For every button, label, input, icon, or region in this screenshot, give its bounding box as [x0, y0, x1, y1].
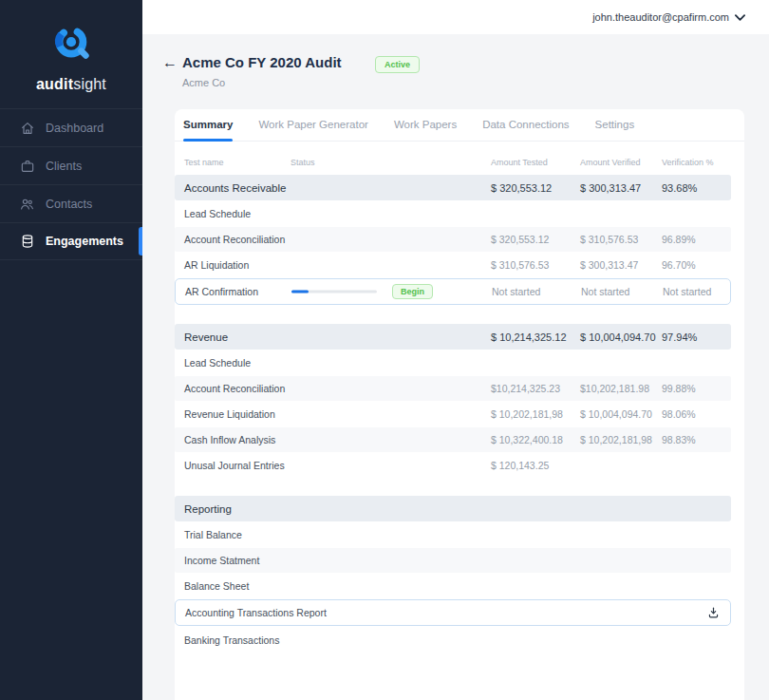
tab-summary[interactable]: Summary [183, 109, 233, 141]
people-icon [19, 197, 35, 212]
table-row-ar-confirmation[interactable]: AR ConfirmationBeginNot startedNot start… [175, 278, 731, 305]
verification-pct: Not started [663, 286, 711, 297]
sidebar-item-label: Engagements [46, 235, 123, 248]
sidebar: auditsight Dashboard Clients Contacts En… [0, 0, 142, 700]
briefcase-icon [19, 159, 35, 174]
status-progress-bar [291, 291, 377, 293]
amount-verified: $ 300,313.47 [580, 182, 641, 194]
test-name: Cash Inflow Analysis [184, 434, 275, 445]
sidebar-item-label: Clients [46, 160, 82, 173]
table-row-unusal-journal-entries[interactable]: Unusal Journal Entries$ 120,143.25 [175, 453, 731, 478]
amount-tested: $ 10,214,325.12 [491, 331, 567, 343]
amount-verified: $ 10,004,094.70 [580, 331, 656, 343]
table-rows: Accounts Receivable$ 320,553.12$ 300,313… [175, 175, 744, 653]
amount-tested: $ 320,553.12 [491, 182, 552, 194]
test-name: Income Statment [184, 555, 259, 566]
verification-pct: 96.70% [662, 259, 696, 271]
test-name: Lead Schedule [184, 208, 251, 219]
sidebar-item-engagements[interactable]: Engagements [0, 222, 142, 260]
main-content: ← Acme Co FY 2020 Audit Active Acme Co S… [142, 34, 769, 700]
brand-name: auditsight [0, 76, 142, 93]
table-row-revenue-liquidation[interactable]: Revenue Liquidation$ 10,202,181,98$ 10,0… [175, 402, 731, 426]
tab-settings[interactable]: Settings [595, 109, 635, 141]
page-title: Acme Co FY 2020 Audit [182, 54, 342, 70]
amount-tested: $ 10,322,400.18 [491, 434, 563, 445]
table-row-lead-schedule[interactable]: Lead Schedule [175, 201, 731, 226]
test-name: Account Reconciliation [184, 234, 285, 245]
amount-tested: $ 10,202,181,98 [491, 408, 563, 420]
amount-tested: $10,214,325.23 [491, 383, 560, 394]
table-header: Test name Status Amount Tested Amount Ve… [175, 151, 744, 175]
brand-logo: auditsight [0, 0, 142, 93]
column-header-verification-pct: Verification % [662, 158, 714, 167]
test-name: Balance Sheet [184, 580, 249, 592]
column-header-test-name: Test name [184, 158, 224, 167]
test-name: Banking Transactions [184, 634, 279, 646]
download-icon [707, 607, 720, 619]
test-name: Lead Schedule [184, 357, 251, 369]
amount-verified: $ 300,313.47 [580, 259, 638, 271]
test-name: AR Confirmation [185, 286, 258, 297]
table-row-ar-liquidation[interactable]: AR Liquidation$ 310,576.53$ 300,313.4796… [175, 253, 731, 277]
auditsight-logo-icon [49, 23, 93, 66]
test-name: Accounting Transactions Report [185, 607, 327, 618]
table-row-accounting-transactions-report[interactable]: Accounting Transactions Report [175, 599, 731, 626]
section-row-reporting: Reporting [175, 496, 731, 521]
page-subtitle: Acme Co [182, 77, 225, 88]
tab-bar: Summary Work Paper Generator Work Papers… [175, 109, 744, 142]
table-row-account-reconciliation[interactable]: Account Reconciliation$ 320,553.12$ 310,… [175, 227, 731, 252]
test-name: AR Liquidation [184, 259, 249, 271]
amount-verified: Not started [581, 286, 629, 297]
column-header-amount-verified: Amount Verified [580, 158, 641, 167]
table-row-banking-transactions[interactable]: Banking Transactions [175, 628, 731, 653]
section-gap [175, 479, 744, 496]
chevron-down-icon [735, 14, 745, 21]
sidebar-item-clients[interactable]: Clients [0, 146, 142, 184]
topbar: john.theauditor@cpafirm.com [142, 0, 769, 34]
user-email: john.theauditor@cpafirm.com [592, 11, 729, 23]
sidebar-item-contacts[interactable]: Contacts [0, 184, 142, 222]
sidebar-item-dashboard[interactable]: Dashboard [0, 108, 142, 146]
verification-pct: 96.89% [662, 234, 696, 245]
sidebar-item-label: Contacts [46, 198, 92, 211]
section-row-accounts-receivable: Accounts Receivable$ 320,553.12$ 300,313… [175, 175, 731, 200]
download-report-button[interactable] [707, 607, 720, 619]
table-row-trial-balance[interactable]: Trial Balance [175, 522, 731, 547]
amount-tested: $ 320,553.12 [491, 234, 549, 245]
amount-tested: $ 310,576.53 [491, 259, 549, 271]
section-gap [175, 307, 744, 324]
tests-table: Test name Status Amount Tested Amount Ve… [175, 142, 744, 653]
test-name: Account Reconciliation [184, 383, 285, 394]
table-row-cash-inflow-analysis[interactable]: Cash Inflow Analysis$ 10,322,400.18$ 10,… [175, 427, 731, 452]
column-header-amount-tested: Amount Tested [491, 158, 548, 167]
verification-pct: 98.06% [662, 408, 696, 420]
table-row-income-statment[interactable]: Income Statment [175, 548, 731, 573]
section-row-revenue: Revenue$ 10,214,325.12$ 10,004,094.7097.… [175, 324, 731, 350]
verification-pct: 99.88% [662, 383, 696, 394]
database-icon [19, 234, 35, 249]
test-name: Reporting [184, 503, 232, 515]
begin-button[interactable]: Begin [392, 284, 433, 299]
progress-fill [291, 291, 309, 293]
brand-bold: audit [36, 76, 73, 92]
status-badge: Active [375, 56, 420, 73]
amount-tested: $ 120,143.25 [491, 460, 549, 471]
test-name: Trial Balance [184, 529, 242, 540]
home-icon [19, 121, 35, 136]
test-name: Unusal Journal Entries [184, 460, 285, 471]
amount-tested: Not started [492, 286, 540, 297]
table-row-account-reconciliation[interactable]: Account Reconciliation$10,214,325.23$10,… [175, 376, 731, 401]
tab-work-paper-generator[interactable]: Work Paper Generator [258, 109, 367, 141]
tab-work-papers[interactable]: Work Papers [394, 109, 457, 141]
test-name: Revenue Liquidation [184, 408, 275, 420]
table-row-balance-sheet[interactable]: Balance Sheet [175, 574, 731, 598]
amount-verified: $ 10,004,094.70 [580, 408, 652, 420]
verification-pct: 93.68% [662, 182, 697, 194]
back-button[interactable]: ← [162, 55, 178, 70]
verification-pct: 98.83% [662, 434, 696, 445]
test-name: Revenue [184, 331, 228, 343]
user-account-menu[interactable]: john.theauditor@cpafirm.com [592, 11, 745, 23]
tab-data-connections[interactable]: Data Connections [482, 109, 569, 141]
amount-verified: $10,202,181.98 [580, 383, 649, 394]
table-row-lead-schedule[interactable]: Lead Schedule [175, 350, 731, 375]
